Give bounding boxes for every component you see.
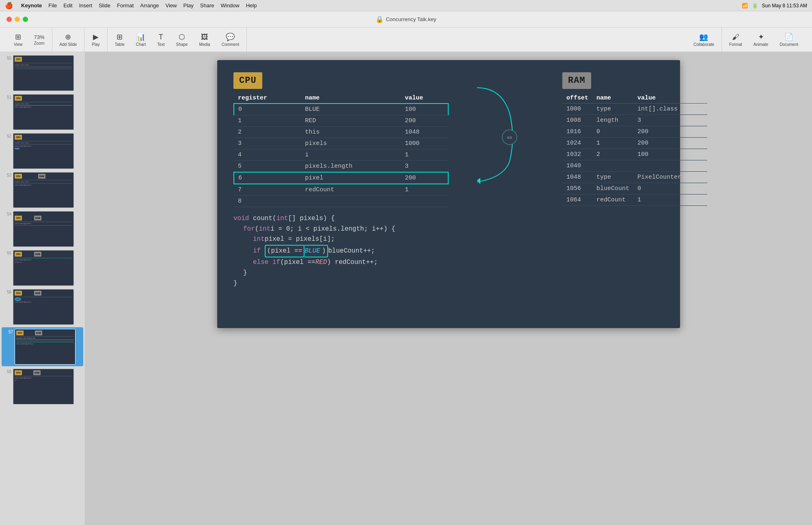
table-button[interactable]: ⊞ Table: [112, 31, 127, 48]
minimize-button[interactable]: [15, 17, 20, 22]
slide-preview-54: • • • CPU RAM void count(int[] pixels) {: [13, 211, 74, 247]
ram-value-2: 200: [633, 126, 707, 138]
cpu-table: register name value 0 BLUE: [233, 93, 449, 207]
code-line-3: if (pixel == BLUE) blueCount++;: [233, 245, 664, 258]
keyword-int-0: int: [276, 214, 288, 224]
ram-name-6: type: [592, 172, 633, 183]
cpu-name-0: BLUE: [301, 104, 401, 115]
slide-thumb-52[interactable]: 52 CPU register name value void count(in…: [0, 132, 85, 171]
close-button[interactable]: [6, 17, 12, 22]
time-display: Sun May 8 11:53 AM: [762, 3, 807, 9]
code-line-6: }: [233, 279, 664, 289]
menu-slide[interactable]: Slide: [99, 2, 110, 9]
shape-button[interactable]: ⬡ Shape: [174, 31, 190, 48]
menu-edit[interactable]: Edit: [63, 2, 72, 9]
slide-thumb-51[interactable]: 51 CPU register name value void count(in…: [0, 93, 85, 132]
slide-thumb-50[interactable]: 50 CPU register name value: [0, 54, 85, 93]
comment-button[interactable]: 💬 Comment: [219, 31, 242, 48]
menu-share[interactable]: Share: [200, 2, 214, 9]
shape-label: Shape: [176, 42, 188, 47]
table-row: 6 pixel 200: [234, 172, 448, 184]
canvas-area[interactable]: CPU register name value: [85, 52, 812, 525]
ram-col-value: value: [633, 93, 707, 104]
slide-thumb-53[interactable]: 53 CPU RAM register name value void coun…: [0, 171, 85, 210]
cpu-reg-6: 6: [234, 172, 301, 184]
cpu-col-register: register: [234, 93, 301, 104]
menu-play[interactable]: Play: [183, 2, 193, 9]
zoom-button[interactable]: 73% Zoom: [32, 32, 47, 47]
slide-panel[interactable]: 50 CPU register name value: [0, 52, 85, 525]
maximize-button[interactable]: [23, 17, 28, 22]
shape-icon: ⬡: [179, 32, 185, 41]
slide-thumb-58[interactable]: 58 CPU RAM void count(int[] pixels) { fo…: [0, 367, 85, 406]
table-row: 1056 blueCount 0: [562, 183, 707, 194]
ram-offset-6: 1048: [562, 172, 592, 183]
cpu-reg-7: 7: [234, 184, 301, 196]
cpu-col-name: name: [301, 93, 401, 104]
format-button[interactable]: 🖌 Format: [727, 31, 745, 48]
animate-icon: ✦: [758, 32, 764, 41]
chart-button[interactable]: 📊 Chart: [134, 31, 148, 48]
table-row: 5 pixels.length 3: [234, 161, 448, 173]
slide-thumb-56[interactable]: 56 CPU RAM = void count(int[] pixels) {: [0, 287, 85, 326]
cpu-name-4: i: [301, 149, 401, 161]
media-button[interactable]: 🖼 Media: [197, 31, 212, 48]
menu-arrange[interactable]: Arrange: [140, 2, 159, 9]
format-label: Format: [729, 42, 742, 47]
menu-view[interactable]: View: [166, 2, 177, 9]
cpu-reg-5: 5: [234, 161, 301, 173]
cpu-name-3: pixels: [301, 138, 401, 149]
table-row: 1008 length 3: [562, 115, 707, 126]
view-button[interactable]: ⊞ View: [11, 31, 25, 48]
slide-number-51: 51: [3, 95, 11, 99]
slide-thumb-55[interactable]: 55 CPU RAM void count(int[] pixels) { fo…: [0, 248, 85, 287]
table-row: 3 pixels 1000: [234, 138, 448, 149]
view-icon: ⊞: [15, 32, 21, 41]
ram-name-0: type: [592, 104, 633, 115]
app-name: Keynote: [21, 2, 42, 9]
play-button[interactable]: ▶ Play: [89, 31, 102, 48]
animate-button[interactable]: ✦ Animate: [751, 31, 771, 48]
menu-file[interactable]: File: [48, 2, 57, 9]
slide-number-56: 56: [3, 290, 11, 294]
document-button[interactable]: 📄 Document: [777, 31, 801, 48]
keyword-if-2: if: [272, 257, 280, 268]
collaborate-button[interactable]: 👥 Collaborate: [691, 31, 717, 48]
media-label: Media: [199, 42, 210, 47]
ram-name-1: length: [592, 115, 633, 126]
table-row: 1032 2 100: [562, 149, 707, 160]
chart-label: Chart: [136, 42, 146, 47]
slide-number-50: 50: [3, 56, 11, 60]
battery-icon: 🔋: [752, 3, 758, 9]
menu-insert[interactable]: Insert: [79, 2, 93, 9]
connection-arrow-svg: ==: [441, 64, 522, 206]
table-label: Table: [115, 42, 125, 47]
menu-help[interactable]: Help: [246, 2, 257, 9]
cpu-name-8: [301, 196, 401, 207]
text-icon: T: [159, 33, 163, 41]
apple-menu[interactable]: 🍎: [5, 2, 13, 9]
ram-value-8: 1: [633, 194, 707, 206]
keyword-else: else: [253, 257, 268, 268]
main-window: 🔒 Concurrency Talk.key ⊞ View 73% Zoom ⊕…: [0, 11, 812, 525]
slide-thumb-57[interactable]: 57 CPU RAM reg name val off name val voi…: [2, 327, 83, 366]
ram-name-8: redCount: [592, 194, 633, 206]
add-slide-label: Add Slide: [60, 42, 77, 47]
menu-format[interactable]: Format: [117, 2, 134, 9]
ram-name-2: 0: [592, 126, 633, 138]
table-row: 1016 0 200: [562, 126, 707, 138]
menubar: 🍎 Keynote File Edit Insert Slide Format …: [0, 0, 812, 11]
slide-number-57: 57: [5, 330, 13, 334]
code-section: void count(int[] pixels) { for (int i = …: [233, 214, 664, 289]
add-slide-button[interactable]: ⊕ Add Slide: [57, 31, 80, 48]
slide-thumb-54[interactable]: 54 • • • CPU RAM void count(int[] pixels…: [0, 210, 85, 248]
ram-offset-3: 1024: [562, 138, 592, 149]
cpu-reg-3: 3: [234, 138, 301, 149]
wifi-icon: 📶: [742, 3, 748, 9]
toolbar-add-group: ⊕ Add Slide: [52, 28, 85, 52]
menu-window[interactable]: Window: [220, 2, 239, 9]
ram-value-4: 100: [633, 149, 707, 160]
ram-value-7: 0: [633, 183, 707, 194]
slide-preview-50: CPU register name value: [13, 55, 74, 91]
text-button[interactable]: T Text: [155, 31, 167, 48]
